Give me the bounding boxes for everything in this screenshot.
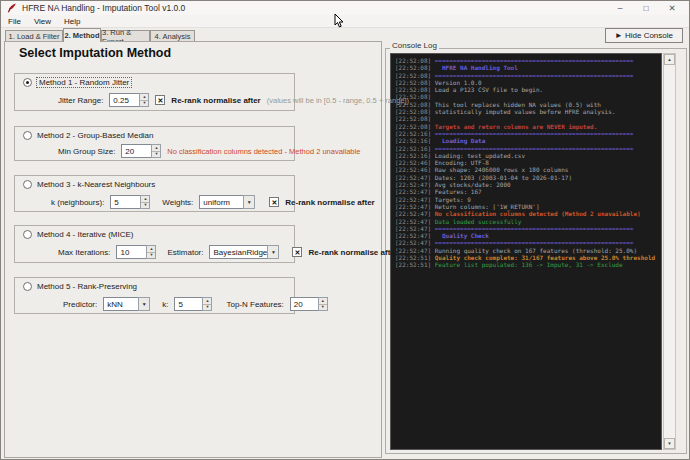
scroll-up-icon[interactable]: ▲	[664, 54, 675, 65]
console-line: [22:52:47] Features: 167	[395, 188, 661, 195]
chevron-down-icon[interactable]: ▼	[267, 245, 279, 259]
console-line: [22:52:51] Quality check complete: 31/16…	[395, 254, 661, 261]
method-1-rerank-checkbox[interactable]	[155, 95, 165, 105]
console-line: [22:52:47] Quality Check	[395, 232, 661, 239]
menu-view[interactable]: View	[34, 17, 51, 26]
console-line: [22:52:16] =============================…	[395, 145, 661, 152]
menu-file[interactable]: File	[8, 17, 21, 26]
app-window: HFRE NA Handling - Imputation Tool v1.0.…	[0, 0, 690, 460]
k-neighbours-label: k (neighbours):	[51, 198, 104, 207]
console-line: [22:52:46] Raw shape: 2406000 rows x 180…	[395, 166, 661, 173]
method-2-radio[interactable]	[23, 131, 32, 140]
method-5-radio[interactable]	[23, 282, 32, 291]
console-line: [22:52:47] Avg stocks/date: 2000	[395, 181, 661, 188]
console-scrollbar[interactable]: ▲ ▼	[663, 53, 676, 450]
console-line: [22:52:16] =============================…	[395, 130, 661, 137]
tab-method[interactable]: 2. Method	[63, 28, 101, 42]
method-4-title[interactable]: Method 4 - Iterative (MICE)	[37, 230, 133, 239]
max-iterations-value[interactable]: 10	[116, 245, 146, 259]
method-1-rerank-label[interactable]: Re-rank normalise after	[171, 96, 260, 105]
console-line: [22:52:08] =============================…	[395, 57, 661, 64]
jitter-range-value[interactable]: 0.25	[109, 93, 139, 107]
scroll-down-icon[interactable]: ▼	[664, 438, 675, 449]
method-4-rerank-label[interactable]: Re-rank normalise after	[308, 248, 397, 257]
console-log-label: Console Log	[390, 41, 439, 50]
method-3-rerank-label[interactable]: Re-rank normalise after	[285, 198, 374, 207]
window-title: HFRE NA Handling - Imputation Tool v1.0.…	[22, 3, 185, 13]
jitter-range-spinbox[interactable]: 0.25 ▲▼	[109, 93, 149, 107]
app-feather-icon	[7, 3, 17, 13]
console-line: [22:52:16] Loading Data	[395, 137, 661, 144]
predictor-value[interactable]: kNN	[103, 297, 138, 311]
jitter-range-label: Jitter Range:	[58, 96, 103, 105]
spin-down-icon[interactable]: ▼	[319, 305, 327, 311]
max-iterations-label: Max Iterations:	[58, 248, 110, 257]
menu-help[interactable]: Help	[64, 17, 80, 26]
console-line: [22:52:47] No classification columns det…	[395, 210, 661, 217]
min-group-size-value[interactable]: 20	[121, 144, 151, 158]
estimator-dropdown[interactable]: BayesianRidge ▼	[209, 245, 279, 259]
method-3-rerank-checkbox[interactable]	[269, 197, 279, 207]
console-line: [22:52:51] Feature list populated: 136 -…	[395, 261, 661, 268]
spin-down-icon[interactable]: ▼	[147, 253, 155, 259]
spin-down-icon[interactable]: ▼	[203, 305, 211, 311]
console-line: [22:52:08] Version 1.0.0	[395, 79, 661, 86]
spin-down-icon[interactable]: ▼	[140, 101, 148, 107]
spin-down-icon[interactable]: ▼	[141, 203, 149, 209]
max-iterations-spinbox[interactable]: 10 ▲▼	[116, 245, 156, 259]
console-line: [22:52:47] Return columns: ['1W_RETURN']	[395, 203, 661, 210]
method-1-title[interactable]: Method 1 - Random Jitter	[37, 78, 131, 87]
method-2-title[interactable]: Method 2 - Group-Based Median	[37, 131, 154, 140]
console-line: [22:52:08] =============================…	[395, 72, 661, 79]
method-4-rerank-checkbox[interactable]	[292, 247, 302, 257]
method-1-group: Method 1 - Random Jitter Jitter Range: 0…	[14, 73, 295, 111]
method-3-title[interactable]: Method 3 - k-Nearest Neighbours	[37, 180, 155, 189]
method-3-radio[interactable]	[23, 180, 32, 189]
minimize-button[interactable]: –	[607, 1, 633, 15]
console-line: [22:52:47] Running quality check on 167 …	[395, 247, 661, 254]
predictor-label: Predictor:	[63, 300, 97, 309]
k-label: k:	[162, 300, 168, 309]
min-group-size-label: Min Group Size:	[58, 147, 115, 156]
jitter-hint: (values will be in [0.5 - range, 0.5 + r…	[267, 96, 409, 105]
tab-bar: 1. Load & Filter 2. Method 3. Run & Expo…	[1, 28, 689, 42]
predictor-dropdown[interactable]: kNN ▼	[103, 297, 150, 311]
min-group-size-spinbox[interactable]: 20 ▲▼	[121, 144, 161, 158]
chevron-down-icon[interactable]: ▼	[243, 195, 255, 209]
console-line: [22:52:08] Load a P123 CSV file to begin…	[395, 86, 661, 93]
menu-bar: File View Help	[1, 15, 689, 28]
console-line: [22:52:47] =============================…	[395, 225, 661, 232]
k-spinbox[interactable]: 5 ▲▼	[174, 297, 212, 311]
console-line: [22:52:08] Targets and return columns ar…	[395, 123, 661, 130]
k-value[interactable]: 5	[174, 297, 202, 311]
hide-console-button[interactable]: ► Hide Console	[605, 28, 683, 43]
estimator-value[interactable]: BayesianRidge	[209, 245, 267, 259]
weights-value[interactable]: uniform	[199, 195, 243, 209]
chevron-down-icon[interactable]: ▼	[138, 297, 150, 311]
method-5-title[interactable]: Method 5 - Rank-Preserving	[37, 282, 137, 291]
page-title: Select Imputation Method	[19, 46, 171, 60]
weights-label: Weights:	[162, 198, 193, 207]
console-line: [22:52:08] statistically imputed values …	[395, 108, 661, 115]
console-line: [22:52:08] This tool replaces hidden NA …	[395, 101, 661, 108]
console-output[interactable]: [22:52:08] =============================…	[390, 53, 662, 450]
topn-features-value[interactable]: 20	[290, 297, 318, 311]
weights-dropdown[interactable]: uniform ▼	[199, 195, 255, 209]
maximize-button[interactable]: □	[633, 1, 659, 15]
method-4-radio[interactable]	[23, 230, 32, 239]
console-line: [22:52:47] Dates: 1203 (2003-01-04 to 20…	[395, 174, 661, 181]
console-line: [22:52:08] HFRE NA Handling Tool	[395, 64, 661, 71]
k-neighbours-spinbox[interactable]: 5 ▲▼	[110, 195, 150, 209]
method-tab-panel: Select Imputation Method Method 1 - Rand…	[4, 41, 382, 458]
estimator-label: Estimator:	[167, 248, 203, 257]
k-neighbours-value[interactable]: 5	[110, 195, 140, 209]
spin-down-icon[interactable]: ▼	[152, 152, 160, 158]
console-line: [22:52:16] Loading: test_updated.csv	[395, 152, 661, 159]
console-line: [22:52:47] =============================…	[395, 239, 661, 246]
topn-features-spinbox[interactable]: 20 ▲▼	[290, 297, 328, 311]
method-2-group: Method 2 - Group-Based Median Min Group …	[14, 126, 295, 161]
method-1-radio[interactable]	[23, 78, 32, 87]
mouse-cursor	[334, 14, 345, 29]
close-button[interactable]: ✕	[659, 1, 685, 15]
title-bar[interactable]: HFRE NA Handling - Imputation Tool v1.0.…	[1, 1, 689, 15]
